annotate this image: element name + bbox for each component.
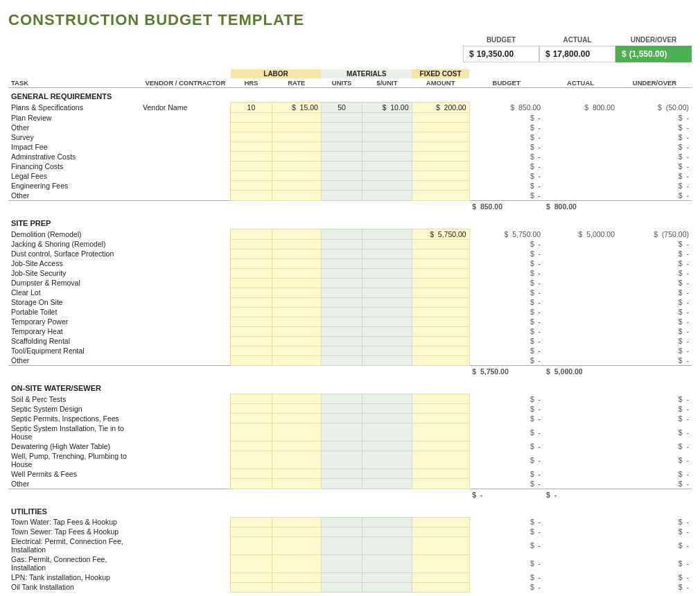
- fc-amount-cell[interactable]: [412, 326, 469, 336]
- rate-cell[interactable]: [272, 572, 321, 582]
- fc-amount-cell[interactable]: [412, 123, 469, 132]
- fc-amount-cell[interactable]: [412, 142, 469, 152]
- fc-amount-cell[interactable]: [412, 582, 469, 592]
- rate-cell[interactable]: [272, 423, 321, 441]
- rate-cell[interactable]: [272, 161, 321, 171]
- unit-cost-cell[interactable]: [362, 123, 412, 132]
- hrs-cell[interactable]: [231, 346, 272, 356]
- units-cell[interactable]: [321, 414, 362, 423]
- rate-cell[interactable]: [272, 181, 321, 191]
- unit-cost-cell[interactable]: [362, 258, 412, 268]
- fc-amount-cell[interactable]: [412, 258, 469, 268]
- hrs-cell[interactable]: [231, 161, 272, 171]
- hrs-cell[interactable]: [231, 142, 272, 152]
- fc-amount-cell[interactable]: [412, 394, 469, 404]
- units-cell[interactable]: [321, 572, 362, 582]
- units-cell[interactable]: [321, 268, 362, 278]
- rate-cell[interactable]: [272, 346, 321, 356]
- hrs-cell[interactable]: [231, 123, 272, 132]
- rate-cell[interactable]: [272, 152, 321, 161]
- units-cell[interactable]: [321, 239, 362, 249]
- unit-cost-cell[interactable]: [362, 346, 412, 356]
- hrs-cell[interactable]: [231, 554, 272, 572]
- units-cell[interactable]: [321, 394, 362, 404]
- units-cell[interactable]: [321, 326, 362, 336]
- units-cell[interactable]: [321, 152, 362, 161]
- units-cell[interactable]: [321, 307, 362, 317]
- hrs-cell[interactable]: [231, 307, 272, 317]
- fc-amount-cell[interactable]: [412, 249, 469, 258]
- hrs-cell[interactable]: [231, 423, 272, 441]
- units-cell[interactable]: [321, 161, 362, 171]
- hrs-cell[interactable]: [231, 297, 272, 307]
- hrs-cell[interactable]: [231, 536, 272, 554]
- hrs-cell[interactable]: [231, 249, 272, 258]
- unit-cost-cell[interactable]: [362, 152, 412, 161]
- fc-amount-cell[interactable]: [412, 239, 469, 249]
- rate-cell[interactable]: [272, 113, 321, 123]
- units-cell[interactable]: [321, 404, 362, 414]
- units-cell[interactable]: [321, 441, 362, 451]
- unit-cost-cell[interactable]: [362, 239, 412, 249]
- fc-amount-cell[interactable]: [412, 517, 469, 527]
- units-cell[interactable]: [321, 517, 362, 527]
- units-cell[interactable]: [321, 423, 362, 441]
- hrs-cell[interactable]: [231, 181, 272, 191]
- units-cell[interactable]: [321, 142, 362, 152]
- fc-amount-cell[interactable]: [412, 268, 469, 278]
- units-cell[interactable]: [321, 317, 362, 326]
- hrs-cell[interactable]: [231, 479, 272, 489]
- units-cell[interactable]: [321, 171, 362, 181]
- units-cell[interactable]: [321, 356, 362, 366]
- fc-amount-cell[interactable]: [412, 451, 469, 469]
- fc-amount-cell[interactable]: [412, 307, 469, 317]
- unit-cost-cell[interactable]: [362, 317, 412, 326]
- rate-cell[interactable]: [272, 307, 321, 317]
- units-cell[interactable]: [321, 113, 362, 123]
- fc-amount-cell[interactable]: [412, 414, 469, 423]
- hrs-cell[interactable]: [231, 171, 272, 181]
- rate-cell[interactable]: [272, 142, 321, 152]
- fc-amount-cell[interactable]: [412, 404, 469, 414]
- unit-cost-cell[interactable]: [362, 336, 412, 346]
- units-cell[interactable]: [321, 346, 362, 356]
- fc-amount-cell[interactable]: [412, 317, 469, 326]
- rate-cell[interactable]: [272, 414, 321, 423]
- hrs-cell[interactable]: [231, 451, 272, 469]
- unit-cost-cell[interactable]: [362, 249, 412, 258]
- unit-cost-cell[interactable]: [362, 297, 412, 307]
- rate-cell[interactable]: [272, 451, 321, 469]
- rate-cell[interactable]: [272, 336, 321, 346]
- fc-amount-cell[interactable]: [412, 441, 469, 451]
- unit-cost-cell[interactable]: [362, 414, 412, 423]
- units-cell[interactable]: [321, 123, 362, 132]
- units-cell[interactable]: [321, 191, 362, 201]
- unit-cost-cell[interactable]: [362, 132, 412, 142]
- rate-cell[interactable]: [272, 527, 321, 536]
- fc-amount-cell[interactable]: [412, 161, 469, 171]
- units-cell[interactable]: [321, 536, 362, 554]
- units-cell[interactable]: 50: [321, 103, 362, 113]
- rate-cell[interactable]: [272, 441, 321, 451]
- rate-cell[interactable]: [272, 326, 321, 336]
- fc-amount-cell[interactable]: [412, 113, 469, 123]
- unit-cost-cell[interactable]: [362, 171, 412, 181]
- unit-cost-cell[interactable]: [362, 288, 412, 297]
- fc-amount-cell[interactable]: [412, 356, 469, 366]
- units-cell[interactable]: [321, 249, 362, 258]
- hrs-cell[interactable]: 10: [231, 103, 272, 113]
- unit-cost-cell[interactable]: [362, 536, 412, 554]
- hrs-cell[interactable]: [231, 404, 272, 414]
- units-cell[interactable]: [321, 297, 362, 307]
- fc-amount-cell[interactable]: [412, 191, 469, 201]
- unit-cost-cell[interactable]: [362, 229, 412, 239]
- fc-amount-cell[interactable]: [412, 278, 469, 288]
- rate-cell[interactable]: [272, 394, 321, 404]
- rate-cell[interactable]: [272, 249, 321, 258]
- unit-cost-cell[interactable]: [362, 441, 412, 451]
- unit-cost-cell[interactable]: [362, 142, 412, 152]
- fc-amount-cell[interactable]: [412, 527, 469, 536]
- unit-cost-cell[interactable]: [362, 307, 412, 317]
- rate-cell[interactable]: [272, 191, 321, 201]
- rate-cell[interactable]: [272, 554, 321, 572]
